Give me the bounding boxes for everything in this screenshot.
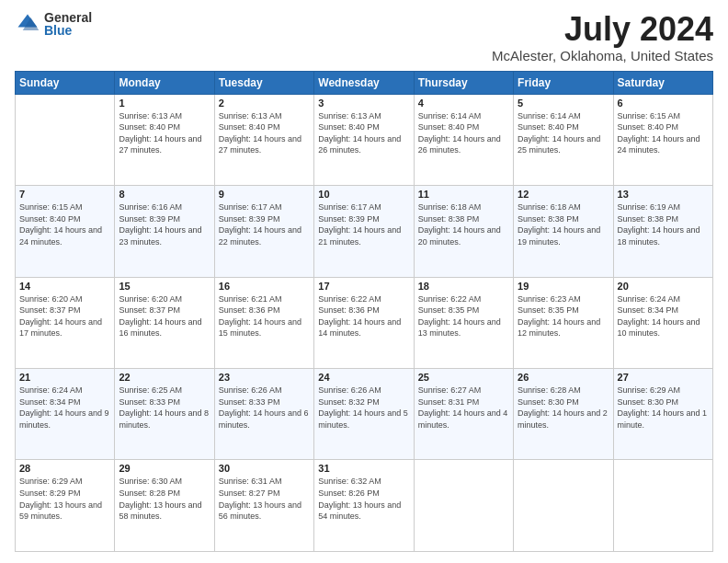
day-info: Sunrise: 6:25 AM Sunset: 8:33 PM Dayligh… [119,385,210,431]
calendar-day-cell: 24 Sunrise: 6:26 AM Sunset: 8:32 PM Dayl… [314,369,414,460]
day-number: 24 [318,372,409,383]
day-number: 10 [318,189,409,200]
sunset-text: Sunset: 8:40 PM [318,122,380,132]
day-number: 7 [19,189,110,200]
daylight-text: Daylight: 14 hours and 5 minutes. [318,408,408,430]
day-number: 31 [318,463,409,474]
daylight-text: Daylight: 14 hours and 26 minutes. [318,134,401,155]
calendar-day-cell: 6 Sunrise: 6:15 AM Sunset: 8:40 PM Dayli… [613,94,712,185]
day-number: 14 [19,281,110,292]
day-info: Sunrise: 6:15 AM Sunset: 8:40 PM Dayligh… [19,201,110,247]
day-info: Sunrise: 6:31 AM Sunset: 8:27 PM Dayligh… [219,476,310,522]
sunrise-text: Sunrise: 6:28 AM [518,385,581,395]
day-info: Sunrise: 6:29 AM Sunset: 8:29 PM Dayligh… [19,476,110,522]
calendar-day-cell: 2 Sunrise: 6:13 AM Sunset: 8:40 PM Dayli… [214,94,313,185]
sunrise-text: Sunrise: 6:14 AM [418,111,482,121]
calendar-day-cell: 30 Sunrise: 6:31 AM Sunset: 8:27 PM Dayl… [214,460,313,552]
calendar-week-row: 21 Sunrise: 6:24 AM Sunset: 8:34 PM Dayl… [16,369,713,460]
calendar-day-cell: 21 Sunrise: 6:24 AM Sunset: 8:34 PM Dayl… [16,369,115,460]
daylight-text: Daylight: 13 hours and 54 minutes. [318,500,401,522]
calendar-day-cell [613,460,712,552]
sunset-text: Sunset: 8:38 PM [518,214,579,224]
calendar-day-cell: 18 Sunrise: 6:22 AM Sunset: 8:35 PM Dayl… [414,277,513,368]
daylight-text: Daylight: 14 hours and 14 minutes. [318,317,401,339]
calendar-header-row: Sunday Monday Tuesday Wednesday Thursday… [16,71,713,94]
day-number: 17 [318,281,409,292]
sunrise-text: Sunrise: 6:18 AM [418,202,482,212]
day-number: 5 [518,98,609,109]
sunrise-text: Sunrise: 6:23 AM [518,294,581,304]
calendar-day-cell: 13 Sunrise: 6:19 AM Sunset: 8:38 PM Dayl… [613,186,712,277]
calendar-day-cell: 31 Sunrise: 6:32 AM Sunset: 8:26 PM Dayl… [314,460,414,552]
calendar-day-cell: 5 Sunrise: 6:14 AM Sunset: 8:40 PM Dayli… [514,94,613,185]
day-info: Sunrise: 6:23 AM Sunset: 8:35 PM Dayligh… [518,293,609,339]
daylight-text: Daylight: 14 hours and 1 minute. [618,408,708,430]
daylight-text: Daylight: 14 hours and 19 minutes. [518,225,600,247]
day-info: Sunrise: 6:30 AM Sunset: 8:28 PM Dayligh… [119,476,210,522]
calendar-day-cell: 19 Sunrise: 6:23 AM Sunset: 8:35 PM Dayl… [514,277,613,368]
day-number: 13 [618,189,709,200]
sunset-text: Sunset: 8:28 PM [119,488,180,498]
day-number: 21 [19,372,110,383]
col-tuesday: Tuesday [214,71,313,94]
calendar-table: Sunday Monday Tuesday Wednesday Thursday… [15,71,713,552]
logo-text: General Blue [44,11,92,37]
day-info: Sunrise: 6:21 AM Sunset: 8:36 PM Dayligh… [219,293,310,339]
calendar-day-cell [414,460,513,552]
calendar-day-cell: 12 Sunrise: 6:18 AM Sunset: 8:38 PM Dayl… [514,186,613,277]
day-number: 11 [418,189,509,200]
sunset-text: Sunset: 8:39 PM [119,214,180,224]
calendar-day-cell: 1 Sunrise: 6:13 AM Sunset: 8:40 PM Dayli… [115,94,214,185]
calendar-day-cell: 29 Sunrise: 6:30 AM Sunset: 8:28 PM Dayl… [115,460,214,552]
day-info: Sunrise: 6:13 AM Sunset: 8:40 PM Dayligh… [119,110,210,156]
sunset-text: Sunset: 8:34 PM [618,305,679,315]
calendar-day-cell: 22 Sunrise: 6:25 AM Sunset: 8:33 PM Dayl… [115,369,214,460]
sunset-text: Sunset: 8:37 PM [119,305,180,315]
sunset-text: Sunset: 8:32 PM [318,397,380,407]
daylight-text: Daylight: 14 hours and 25 minutes. [518,134,600,155]
calendar-week-row: 14 Sunrise: 6:20 AM Sunset: 8:37 PM Dayl… [16,277,713,368]
sunset-text: Sunset: 8:33 PM [219,397,280,407]
calendar-day-cell: 15 Sunrise: 6:20 AM Sunset: 8:37 PM Dayl… [115,277,214,368]
day-info: Sunrise: 6:22 AM Sunset: 8:35 PM Dayligh… [418,293,509,339]
day-info: Sunrise: 6:17 AM Sunset: 8:39 PM Dayligh… [318,201,409,247]
daylight-text: Daylight: 13 hours and 59 minutes. [19,500,102,522]
day-number: 26 [518,372,609,383]
day-number: 4 [418,98,509,109]
sunrise-text: Sunrise: 6:26 AM [219,385,282,395]
calendar-day-cell: 26 Sunrise: 6:28 AM Sunset: 8:30 PM Dayl… [514,369,613,460]
sunset-text: Sunset: 8:33 PM [119,397,180,407]
col-wednesday: Wednesday [314,71,414,94]
col-thursday: Thursday [414,71,513,94]
daylight-text: Daylight: 14 hours and 22 minutes. [219,225,301,247]
sunrise-text: Sunrise: 6:17 AM [318,202,381,212]
daylight-text: Daylight: 14 hours and 18 minutes. [618,225,700,247]
day-info: Sunrise: 6:20 AM Sunset: 8:37 PM Dayligh… [119,293,210,339]
daylight-text: Daylight: 13 hours and 58 minutes. [119,500,201,522]
sunset-text: Sunset: 8:29 PM [19,488,81,498]
daylight-text: Daylight: 14 hours and 17 minutes. [19,317,102,339]
sunset-text: Sunset: 8:40 PM [518,122,579,132]
sunset-text: Sunset: 8:36 PM [318,305,380,315]
sunrise-text: Sunrise: 6:17 AM [219,202,282,212]
day-info: Sunrise: 6:14 AM Sunset: 8:40 PM Dayligh… [518,110,609,156]
sunrise-text: Sunrise: 6:22 AM [418,294,482,304]
sunset-text: Sunset: 8:40 PM [418,122,480,132]
calendar-subtitle: McAlester, Oklahoma, United States [492,48,713,63]
sunrise-text: Sunrise: 6:14 AM [518,111,581,121]
calendar-day-cell: 28 Sunrise: 6:29 AM Sunset: 8:29 PM Dayl… [16,460,115,552]
calendar-week-row: 28 Sunrise: 6:29 AM Sunset: 8:29 PM Dayl… [16,460,713,552]
sunset-text: Sunset: 8:38 PM [618,214,679,224]
day-info: Sunrise: 6:18 AM Sunset: 8:38 PM Dayligh… [518,201,609,247]
day-number: 1 [119,98,210,109]
day-number: 20 [618,281,709,292]
day-info: Sunrise: 6:26 AM Sunset: 8:33 PM Dayligh… [219,385,310,431]
sunset-text: Sunset: 8:30 PM [618,397,679,407]
sunrise-text: Sunrise: 6:27 AM [418,385,482,395]
sunrise-text: Sunrise: 6:13 AM [219,111,282,121]
calendar-day-cell: 7 Sunrise: 6:15 AM Sunset: 8:40 PM Dayli… [16,186,115,277]
day-number: 12 [518,189,609,200]
day-info: Sunrise: 6:20 AM Sunset: 8:37 PM Dayligh… [19,293,110,339]
calendar-day-cell: 8 Sunrise: 6:16 AM Sunset: 8:39 PM Dayli… [115,186,214,277]
day-number: 25 [418,372,509,383]
